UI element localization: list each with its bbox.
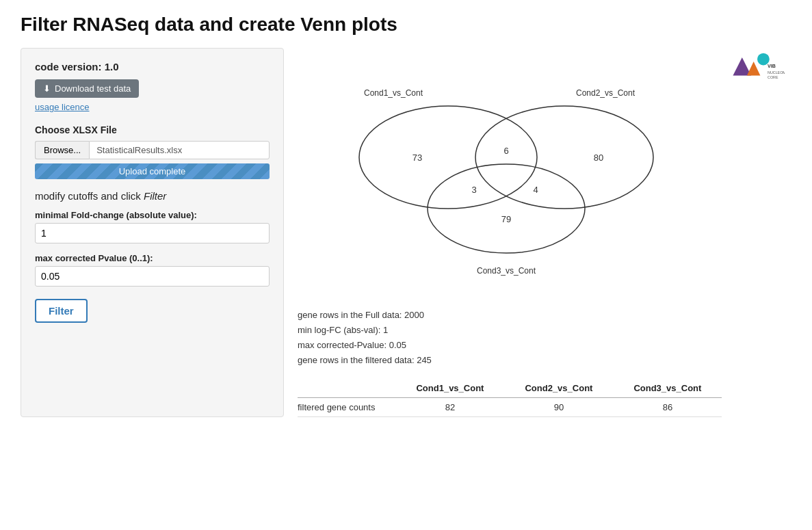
usage-licence-link[interactable]: usage licence <box>35 102 270 112</box>
stats-area: gene rows in the Full data: 2000 min log… <box>298 308 791 368</box>
file-section-label: Choose XLSX File <box>35 124 270 135</box>
venn-svg: Cond1_vs_Cont Cond2_vs_Cont Cond3_vs_Con… <box>298 55 694 287</box>
svg-text:4: 4 <box>533 185 538 195</box>
row-cond1-value: 82 <box>395 398 504 417</box>
svg-text:80: 80 <box>594 153 603 163</box>
file-input-row: Browse... StatisticalResults.xlsx <box>35 141 270 159</box>
stat-line-4: gene rows in the filtered data: 245 <box>298 353 791 368</box>
row-cond2-value: 90 <box>504 398 613 417</box>
results-table: Cond1_vs_Cont Cond2_vs_Cont Cond3_vs_Con… <box>298 379 722 417</box>
stat-line-2: min log-FC (abs-val): 1 <box>298 323 791 338</box>
table-header-cond3: Cond3_vs_Cont <box>613 379 722 398</box>
svg-text:73: 73 <box>412 153 422 163</box>
svg-text:79: 79 <box>501 214 511 224</box>
download-btn-label: Download test data <box>55 83 131 94</box>
svg-point-7 <box>475 106 653 209</box>
svg-text:Cond2_vs_Cont: Cond2_vs_Cont <box>576 88 636 98</box>
page-title: Filter RNASeq data and create Venn plots <box>21 14 791 36</box>
svg-point-6 <box>359 106 537 209</box>
stat-line-3: max corrected-Pvalue: 0.05 <box>298 338 791 353</box>
modify-cutoffs-text: modify cutoffs and click Filter <box>35 190 270 202</box>
main-content: VIB NUCLEOMICS CORE Cond1_vs_Cont Cond2_… <box>298 48 791 417</box>
svg-text:3: 3 <box>471 185 476 195</box>
code-version-label: code version: 1.0 <box>35 61 270 72</box>
svg-text:6: 6 <box>503 146 508 156</box>
row-label: filtered gene counts <box>298 398 395 417</box>
table-header-empty <box>298 379 395 398</box>
pval-label: max corrected Pvalue (0..1): <box>35 253 270 263</box>
browse-button[interactable]: Browse... <box>35 141 89 159</box>
table-header-cond1: Cond1_vs_Cont <box>395 379 504 398</box>
svg-text:Cond3_vs_Cont: Cond3_vs_Cont <box>477 266 536 276</box>
filter-button[interactable]: Filter <box>35 299 88 323</box>
stat-line-1: gene rows in the Full data: 2000 <box>298 308 791 323</box>
table-header-cond2: Cond2_vs_Cont <box>504 379 613 398</box>
download-icon: ⬇ <box>43 83 51 94</box>
upload-complete-bar: Upload complete <box>35 163 270 179</box>
svg-text:Cond1_vs_Cont: Cond1_vs_Cont <box>364 88 423 98</box>
fc-input[interactable] <box>35 223 270 243</box>
table-header-row: Cond1_vs_Cont Cond2_vs_Cont Cond3_vs_Con… <box>298 379 722 398</box>
download-test-data-button[interactable]: ⬇ Download test data <box>35 79 139 98</box>
sidebar-panel: code version: 1.0 ⬇ Download test data u… <box>21 48 284 417</box>
table-row: filtered gene counts 82 90 86 <box>298 398 722 417</box>
pval-input[interactable] <box>35 266 270 287</box>
fc-label: minimal Fold-change (absolute value): <box>35 210 270 220</box>
file-name-display: StatisticalResults.xlsx <box>89 141 270 159</box>
venn-diagram-area: Cond1_vs_Cont Cond2_vs_Cont Cond3_vs_Con… <box>298 55 791 301</box>
row-cond3-value: 86 <box>613 398 722 417</box>
